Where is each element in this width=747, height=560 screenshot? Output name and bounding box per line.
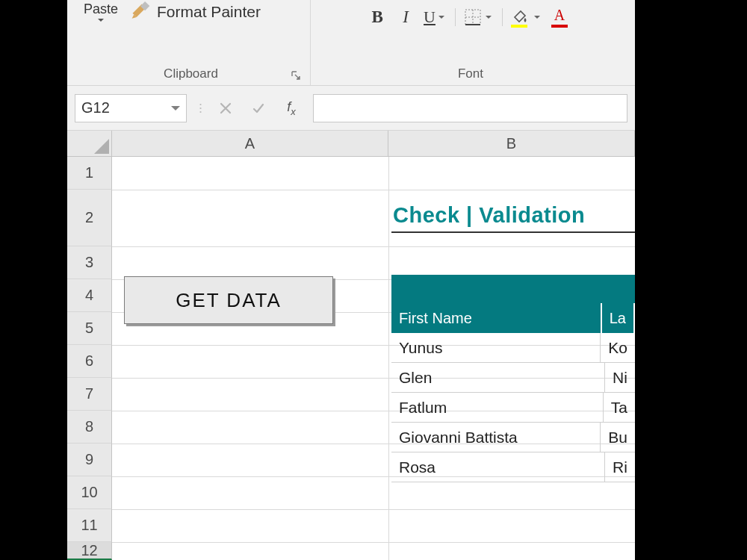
format-painter-icon: [130, 1, 151, 22]
chevron-down-icon[interactable]: [486, 16, 492, 22]
cell-first-name: Glen: [391, 363, 605, 392]
table-row[interactable]: Rosa Ri: [391, 452, 635, 482]
bold-button[interactable]: B: [367, 7, 388, 28]
row-header[interactable]: 12: [67, 542, 112, 560]
cell-first-name: Giovanni Battista: [391, 423, 601, 452]
ribbon-group-label: Clipboard: [164, 66, 218, 81]
separator: [455, 8, 456, 26]
fill-color-button[interactable]: [510, 7, 543, 28]
cell-last-name: Ta: [604, 393, 635, 422]
name-box-value: G12: [81, 99, 110, 116]
fx-label: fx: [287, 99, 296, 117]
row-header[interactable]: 9: [67, 444, 112, 476]
letterbox-right: [635, 0, 747, 560]
letterbox-left: [0, 0, 67, 560]
borders-button[interactable]: [463, 7, 495, 28]
data-table: First Name La Yunus Ko Glen Ni Fatlum: [391, 275, 635, 482]
table-row[interactable]: Giovanni Battista Bu: [391, 423, 635, 452]
title-underline: [391, 231, 635, 233]
row-header[interactable]: 1: [67, 157, 112, 190]
font-color-icon: A: [551, 7, 571, 28]
paint-bucket-icon: [510, 7, 531, 28]
column-header-first-name[interactable]: First Name: [391, 303, 602, 333]
underline-button[interactable]: U: [424, 7, 447, 28]
ribbon-group-clipboard: Paste Format Painter Clipboard: [72, 0, 311, 85]
paste-button[interactable]: Paste: [79, 1, 123, 25]
excel-window: Paste Format Painter Clipboard: [67, 0, 635, 560]
column-header[interactable]: B: [388, 131, 635, 157]
cell-first-name: Fatlum: [391, 393, 604, 422]
font-color-button[interactable]: A: [551, 7, 574, 28]
separator: [502, 8, 503, 26]
insert-function-button[interactable]: fx: [280, 97, 303, 119]
row-headers: 1 2 3 4 5 6 7 8 9 10 11 12: [67, 157, 112, 560]
chevron-down-icon[interactable]: [171, 106, 180, 115]
table-header-row: First Name La: [391, 303, 635, 333]
formula-input[interactable]: [313, 94, 627, 122]
cells-area[interactable]: Check | Validation GET DATA First Name L…: [112, 157, 635, 560]
italic-button[interactable]: I: [395, 7, 416, 28]
paste-label: Paste: [84, 1, 118, 17]
table-row[interactable]: Fatlum Ta: [391, 393, 635, 423]
table-row[interactable]: Yunus Ko: [391, 333, 635, 363]
enter-button[interactable]: [247, 97, 270, 119]
ribbon: Paste Format Painter Clipboard: [67, 0, 635, 86]
row-header[interactable]: 8: [67, 411, 112, 444]
cell-last-name: Ri: [605, 452, 635, 482]
row-header[interactable]: 3: [67, 246, 112, 279]
chevron-down-icon[interactable]: [534, 16, 540, 22]
table-row[interactable]: Glen Ni: [391, 363, 635, 393]
cell-last-name: Bu: [601, 423, 635, 452]
formula-bar: G12 ··· fx: [67, 86, 635, 131]
cell-last-name: Ko: [601, 333, 635, 362]
column-headers: A B: [112, 131, 635, 157]
column-header-last-name[interactable]: La: [602, 303, 635, 333]
row-header[interactable]: 11: [67, 509, 112, 542]
sheet-title: Check | Validation: [393, 203, 585, 228]
select-all-corner[interactable]: [67, 131, 112, 157]
chevron-down-icon[interactable]: [438, 16, 444, 22]
dialog-launcher-icon[interactable]: [289, 69, 303, 82]
cell-first-name: Rosa: [391, 452, 605, 482]
format-painter-label: Format Painter: [157, 3, 261, 21]
column-header[interactable]: A: [112, 131, 388, 157]
ribbon-group-font: B I U: [311, 0, 630, 85]
row-header[interactable]: 2: [67, 190, 112, 246]
ribbon-group-label: Font: [458, 66, 483, 81]
row-header[interactable]: 7: [67, 378, 112, 411]
row-header[interactable]: 5: [67, 312, 112, 345]
underline-label: U: [424, 7, 436, 27]
chevron-down-icon[interactable]: [98, 19, 104, 25]
name-box[interactable]: G12: [75, 94, 187, 122]
row-header[interactable]: 4: [67, 279, 112, 312]
row-header[interactable]: 10: [67, 476, 112, 509]
get-data-button[interactable]: GET DATA: [124, 276, 333, 324]
table-title-bar: [391, 275, 635, 303]
row-header[interactable]: 6: [67, 345, 112, 378]
worksheet: 1 2 3 4 5 6 7 8 9 10 11 12 A B: [67, 131, 635, 560]
format-painter-button[interactable]: Format Painter: [130, 1, 261, 22]
separator: ···: [197, 102, 204, 113]
cell-last-name: Ni: [605, 363, 635, 392]
cell-first-name: Yunus: [391, 333, 601, 362]
cancel-button[interactable]: [214, 97, 237, 119]
